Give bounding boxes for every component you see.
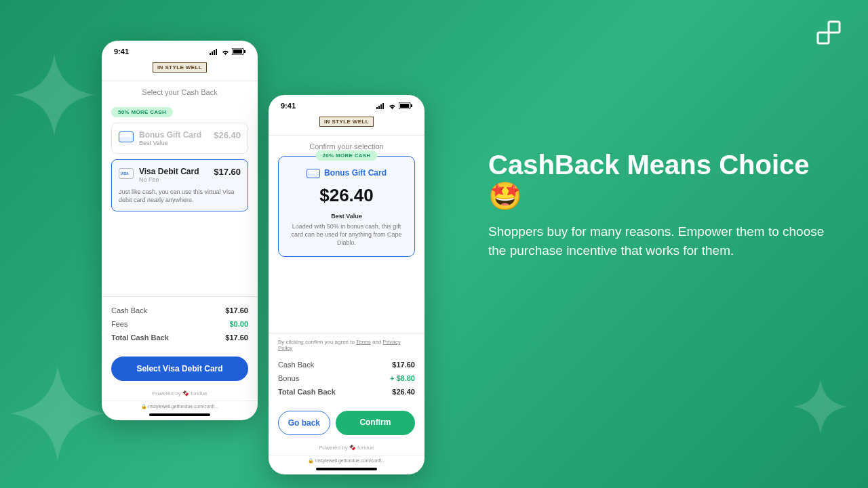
sparkle-icon bbox=[14, 54, 95, 136]
summary-value: $0.00 bbox=[229, 320, 248, 328]
marketing-copy: CashBack Means Choice 🤩 Shoppers buy for… bbox=[488, 149, 827, 260]
powered-by: Powered by 🍫 fondue bbox=[269, 441, 425, 455]
option-price: $26.40 bbox=[214, 130, 241, 140]
wifi-icon bbox=[388, 103, 397, 109]
summary-label: Cash Back bbox=[111, 306, 147, 314]
confirm-description: Loaded with 50% in bonus cash, this gift… bbox=[287, 222, 406, 247]
go-back-button[interactable]: Go back bbox=[278, 411, 330, 435]
option-bonus-gift-card[interactable]: Bonus Gift Card Best Value $26.40 bbox=[111, 123, 248, 154]
svg-rect-15 bbox=[411, 104, 412, 107]
summary-label: Fees bbox=[111, 320, 127, 328]
confirm-card: 20% MORE CASH Bonus Gift Card $26.40 Bes… bbox=[278, 156, 415, 257]
svg-rect-9 bbox=[376, 107, 378, 109]
bonus-badge: 50% MORE CASH bbox=[111, 107, 173, 117]
signal-icon bbox=[210, 49, 219, 55]
sparkle-icon bbox=[10, 366, 105, 461]
powered-by: Powered by 🍫 fondue bbox=[102, 386, 258, 401]
confirm-subtitle: Best Value bbox=[287, 213, 406, 220]
confirm-button[interactable]: Confirm bbox=[336, 411, 415, 435]
svg-rect-8 bbox=[244, 50, 245, 53]
option-subtitle: No Fee bbox=[139, 176, 208, 183]
svg-rect-7 bbox=[233, 49, 242, 54]
summary-value: + $8.80 bbox=[390, 374, 415, 382]
svg-rect-3 bbox=[212, 52, 213, 55]
phone-confirm-selection: 9:41 IN STYLE WELL Confirm your selectio… bbox=[269, 95, 425, 474]
svg-rect-10 bbox=[378, 106, 380, 109]
summary-value: $17.60 bbox=[225, 333, 248, 342]
summary-label: Total Cash Back bbox=[111, 333, 169, 342]
status-icons bbox=[210, 48, 245, 55]
brand-logo-icon bbox=[814, 19, 844, 49]
summary: Cash Back$17.60 Bonus+ $8.80 Total Cash … bbox=[269, 357, 425, 405]
confirm-title: Bonus Gift Card bbox=[324, 168, 387, 178]
summary-value: $17.60 bbox=[225, 306, 248, 314]
svg-rect-2 bbox=[210, 53, 211, 55]
wifi-icon bbox=[221, 49, 230, 55]
svg-rect-12 bbox=[382, 103, 384, 109]
gift-card-icon bbox=[307, 169, 320, 178]
svg-rect-0 bbox=[829, 22, 840, 33]
status-time: 9:41 bbox=[281, 102, 296, 110]
summary-label: Cash Back bbox=[278, 361, 314, 369]
svg-rect-1 bbox=[818, 33, 829, 43]
visa-card-icon bbox=[119, 168, 134, 179]
home-indicator bbox=[316, 468, 377, 470]
battery-icon bbox=[399, 102, 412, 109]
signal-icon bbox=[376, 103, 386, 109]
svg-rect-14 bbox=[400, 104, 409, 108]
summary: Cash Back$17.60 Fees$0.00 Total Cash Bac… bbox=[102, 296, 258, 351]
option-price: $17.60 bbox=[214, 167, 241, 177]
terms-link[interactable]: Terms bbox=[356, 339, 371, 345]
status-bar: 9:41 bbox=[102, 41, 258, 58]
option-description: Just like cash, you can use this virtual… bbox=[119, 188, 241, 204]
body-text: Shoppers buy for many reasons. Empower t… bbox=[488, 222, 827, 260]
option-title: Bonus Gift Card bbox=[139, 130, 208, 140]
gift-card-icon bbox=[119, 131, 134, 142]
url-bar: 🔒 instylewell.getfondue.com/confi... bbox=[269, 455, 425, 465]
confirm-amount: $26.40 bbox=[287, 185, 406, 206]
battery-icon bbox=[232, 48, 245, 55]
svg-rect-4 bbox=[214, 50, 215, 55]
summary-label: Bonus bbox=[278, 374, 299, 382]
home-indicator bbox=[149, 413, 210, 416]
select-visa-button[interactable]: Select Visa Debit Card bbox=[111, 357, 248, 381]
headline: CashBack Means Choice 🤩 bbox=[488, 149, 827, 211]
summary-value: $26.40 bbox=[392, 388, 415, 396]
brand-badge: IN STYLE WELL bbox=[319, 117, 374, 127]
svg-rect-5 bbox=[216, 49, 217, 55]
bonus-badge: 20% MORE CASH bbox=[315, 150, 377, 161]
status-icons bbox=[376, 102, 412, 109]
brand-badge: IN STYLE WELL bbox=[153, 62, 207, 73]
phone-select-cashback: 9:41 IN STYLE WELL Select your Cash Back… bbox=[102, 41, 258, 420]
option-subtitle: Best Value bbox=[139, 140, 208, 146]
url-bar: 🔒 instylewell.getfondue.com/confi... bbox=[102, 401, 258, 411]
option-title: Visa Debit Card bbox=[139, 167, 208, 176]
status-time: 9:41 bbox=[114, 47, 129, 56]
disclaimer: By clicking confirm you agree to Terms a… bbox=[269, 333, 425, 357]
svg-rect-11 bbox=[380, 104, 382, 109]
summary-value: $17.60 bbox=[392, 361, 415, 369]
section-title: Select your Cash Back bbox=[102, 81, 258, 102]
status-bar: 9:41 bbox=[269, 95, 425, 113]
sparkle-icon bbox=[793, 380, 848, 434]
summary-label: Total Cash Back bbox=[278, 388, 336, 396]
option-visa-debit-card[interactable]: Visa Debit Card No Fee $17.60 Just like … bbox=[111, 159, 248, 211]
